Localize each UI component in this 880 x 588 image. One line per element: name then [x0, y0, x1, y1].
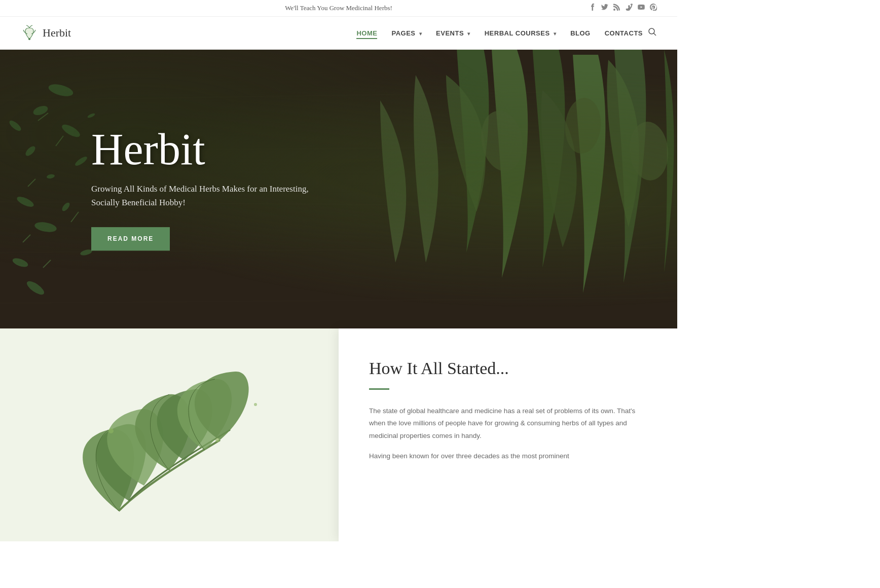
- svg-point-35: [215, 438, 219, 442]
- about-text: How It All Started... The state of globa…: [339, 328, 677, 541]
- hero-section: Herbit Growing All Kinds of Medical Herb…: [0, 50, 677, 328]
- vimeo-icon[interactable]: [626, 4, 633, 13]
- hero-subtitle: Growing All Kinds of Medical Herbs Makes…: [91, 182, 335, 209]
- tagline: We'll Teach You Grow Medicinal Herbs!: [285, 4, 392, 12]
- search-icon[interactable]: [648, 27, 657, 39]
- nav-herbal-courses[interactable]: HERBAL COURSES ▾: [485, 28, 556, 38]
- nav-events[interactable]: EVENTS ▾: [436, 28, 470, 38]
- pages-dropdown-arrow: ▾: [419, 31, 422, 36]
- hero-content: Herbit Growing All Kinds of Medical Herb…: [91, 127, 335, 250]
- svg-point-0: [613, 9, 615, 11]
- twitter-icon[interactable]: [601, 4, 608, 13]
- nav-pages-link[interactable]: PAGES ▾: [391, 29, 422, 37]
- nav-herbal-courses-link[interactable]: HERBAL COURSES ▾: [485, 29, 556, 37]
- nav-pages[interactable]: PAGES ▾: [391, 28, 422, 38]
- logo-text: Herbit: [43, 26, 71, 40]
- hero-title: Herbit: [91, 127, 335, 172]
- nav-events-link[interactable]: EVENTS ▾: [436, 29, 470, 37]
- nav-contacts-link[interactable]: CONTACTS: [605, 29, 643, 37]
- about-heading: How It All Started...: [369, 359, 647, 378]
- events-dropdown-arrow: ▾: [467, 31, 470, 36]
- facebook-icon[interactable]: [589, 4, 596, 13]
- about-image: [0, 328, 339, 541]
- svg-point-36: [254, 403, 257, 406]
- about-divider: [369, 388, 389, 390]
- nav-home-link[interactable]: HOME: [356, 29, 377, 39]
- hero-read-more-button[interactable]: READ MORE: [91, 228, 170, 251]
- svg-line-3: [654, 33, 656, 36]
- herbal-courses-dropdown-arrow: ▾: [554, 31, 557, 36]
- about-section: How It All Started... The state of globa…: [0, 328, 677, 541]
- nav-blog[interactable]: BLOG: [570, 28, 591, 38]
- navigation: Herbit HOME PAGES ▾ EVENTS ▾ HERBAL COUR…: [0, 17, 677, 50]
- nav-blog-link[interactable]: BLOG: [570, 29, 591, 37]
- herb-illustration: [0, 328, 339, 541]
- nav-contacts[interactable]: CONTACTS: [605, 28, 643, 38]
- pinterest-icon[interactable]: [650, 4, 657, 13]
- logo-icon: [20, 24, 39, 42]
- youtube-icon[interactable]: [638, 4, 645, 13]
- svg-point-2: [649, 28, 654, 34]
- nav-home[interactable]: HOME: [356, 28, 377, 38]
- about-paragraph-1: The state of global healthcare and medic…: [369, 405, 647, 442]
- svg-point-34: [108, 428, 114, 433]
- about-paragraph-2: Having been known for over three decades…: [369, 450, 647, 462]
- svg-point-1: [29, 39, 30, 40]
- nav-links: HOME PAGES ▾ EVENTS ▾ HERBAL COURSES ▾ B…: [356, 28, 643, 38]
- social-icons: [589, 4, 657, 13]
- logo[interactable]: Herbit: [20, 24, 71, 42]
- rss-icon[interactable]: [613, 4, 620, 13]
- top-bar: We'll Teach You Grow Medicinal Herbs!: [0, 0, 677, 17]
